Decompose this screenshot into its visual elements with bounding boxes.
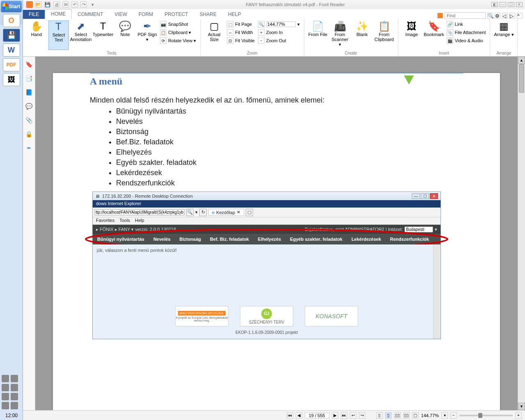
save-icon[interactable]: 💾 — [44, 1, 51, 8]
fit-visible-button[interactable]: ⊡Fit Visible — [226, 37, 255, 44]
tab-form[interactable]: FORM — [133, 10, 159, 19]
tab-comment[interactable]: COMMENT — [72, 10, 109, 19]
next-page-icon[interactable]: ▶ — [332, 412, 338, 419]
first-page-icon[interactable]: ⏮ — [287, 412, 293, 419]
layers-icon[interactable]: 📘 — [25, 89, 33, 96]
zoom-value[interactable]: 🔍▾ — [257, 21, 301, 28]
blank-button[interactable]: ✨Blank — [352, 21, 372, 50]
snapshot-icon: 📷 — [160, 21, 167, 27]
view-continuous-icon[interactable]: ▯ — [385, 412, 392, 419]
select-annotation-button[interactable]: ⬈Select Annotation — [71, 21, 91, 50]
page-viewport[interactable]: A menü Minden oldal felső részén helyezk… — [35, 57, 518, 410]
nav-back-icon[interactable]: ↩ — [350, 412, 356, 419]
collapse-ribbon-icon[interactable]: ^ — [517, 13, 523, 18]
taskbar-app-pdf[interactable]: PDF — [3, 58, 20, 71]
taskbar-app-outlook[interactable]: O — [3, 14, 20, 27]
minimize-icon[interactable]: — — [500, 2, 506, 7]
taskbar-app-word[interactable]: W — [3, 43, 20, 57]
comments-icon[interactable]: 💬 — [25, 103, 33, 110]
zoom-in-icon[interactable]: + — [515, 412, 522, 419]
tray-icon[interactable] — [11, 393, 18, 400]
search-icon[interactable] — [437, 13, 443, 18]
view-facing-icon[interactable]: ▯▯ — [394, 412, 401, 419]
rotate-view-button[interactable]: ⟳Rotate View ▾ — [159, 37, 197, 44]
link-button[interactable]: 🔗Link — [446, 21, 487, 28]
snapshot-button[interactable]: 📷SnapShot — [159, 21, 197, 28]
scroll-thumb[interactable] — [519, 64, 524, 93]
redo-icon[interactable]: ↷ — [80, 1, 87, 8]
actual-size-button[interactable]: ▢Actual Size — [204, 21, 224, 50]
tab-share[interactable]: SHARE — [194, 10, 222, 19]
open-icon[interactable]: 📂 — [35, 1, 42, 8]
prev-icon[interactable]: ◁ — [502, 13, 508, 18]
help-icon[interactable]: ◧ — [491, 2, 498, 7]
next-icon[interactable]: ▷ — [509, 13, 515, 18]
scroll-up-icon[interactable]: ▲ — [518, 57, 525, 64]
from-scanner-button[interactable]: 📠From Scanner ▾ — [330, 21, 350, 50]
tab-view[interactable]: VIEW — [109, 10, 133, 19]
tray-icon[interactable] — [11, 402, 18, 409]
image-button[interactable]: 🖼Image — [402, 21, 422, 50]
zoom-dropdown-icon[interactable]: ▾ — [441, 412, 448, 419]
security-icon[interactable]: 🔒 — [25, 130, 33, 138]
fit-width-button[interactable]: ↔Fit Width — [226, 29, 255, 36]
nav-fwd-icon[interactable]: ↪ — [359, 412, 365, 419]
tray-icon[interactable] — [11, 375, 18, 382]
pdf-sign-button[interactable]: ✒PDF Sign ▾ — [137, 21, 158, 50]
from-file-button[interactable]: 📄From File — [308, 21, 328, 50]
fit-page-button[interactable]: ⬚Fit Page — [226, 21, 255, 28]
last-page-icon[interactable]: ⏭ — [341, 412, 347, 419]
bookmark-button[interactable]: 🔖Bookmark — [424, 21, 444, 50]
taskbar-clock[interactable]: 12:00 — [2, 413, 21, 418]
zoom-out-button[interactable]: －Zoom Out — [257, 37, 301, 44]
print-icon[interactable]: 🖨 — [53, 1, 60, 8]
view-single-icon[interactable]: ▯ — [376, 412, 383, 419]
tab-file[interactable]: FILE — [23, 10, 45, 19]
find-go-icon[interactable]: 🔍 — [487, 13, 493, 18]
attachments-icon[interactable]: 📎 — [25, 116, 33, 124]
tray-icon[interactable] — [2, 393, 9, 400]
undo-icon[interactable]: ↶ — [71, 1, 78, 8]
select-text-button[interactable]: ᎢSelect Text — [48, 21, 69, 50]
zoom-out-icon[interactable]: − — [450, 412, 457, 419]
tab-home[interactable]: HOME — [45, 9, 72, 19]
email-icon[interactable]: ✉ — [62, 1, 69, 8]
video-audio-button[interactable]: 🎬Video & Audio — [446, 37, 487, 44]
typewriter-button[interactable]: TTypewriter — [93, 21, 113, 50]
close-icon[interactable]: ✕ — [516, 2, 523, 7]
vertical-scrollbar[interactable]: ▲ ▼ — [518, 57, 525, 410]
tray-icon[interactable] — [2, 384, 9, 391]
tray-icon[interactable] — [2, 375, 9, 382]
from-clipboard-button[interactable]: 📋From Clipboard — [374, 21, 395, 50]
zoom-input[interactable] — [266, 21, 296, 27]
arrange-button[interactable]: ▦Arrange ▾ — [493, 21, 514, 50]
clipboard-button[interactable]: 📋Clipboard ▾ — [159, 29, 197, 36]
file-attachment-button[interactable]: 📎File Attachment — [446, 29, 487, 36]
qat-dropdown-icon[interactable]: ▾ — [89, 1, 96, 8]
settings-icon[interactable]: ⚙ — [495, 13, 500, 18]
tray-icon[interactable] — [11, 384, 18, 391]
taskbar-app-image[interactable]: 🖼 — [3, 73, 20, 86]
taskbar-app-save[interactable]: 💾 — [3, 29, 20, 42]
hand-button[interactable]: ✋Hand — [26, 21, 47, 50]
scroll-down-icon[interactable]: ▼ — [518, 403, 525, 410]
zoom-slider[interactable] — [459, 415, 513, 416]
view-cover-icon[interactable]: ▢ — [412, 412, 419, 419]
maximize-icon[interactable]: ☐ — [508, 2, 514, 7]
tray-icon[interactable] — [2, 402, 9, 409]
zoom-in-button[interactable]: ＋Zoom In — [257, 29, 301, 36]
zoom-slider-thumb[interactable] — [478, 413, 482, 418]
fit-page-icon: ⬚ — [227, 21, 233, 27]
find-input[interactable] — [445, 12, 486, 19]
start-button[interactable]: Start — [1, 1, 22, 12]
scroll-track[interactable] — [518, 64, 525, 403]
tab-help[interactable]: HELP — [222, 10, 247, 19]
bookmarks-icon[interactable]: 🔖 — [25, 61, 33, 68]
page-number-input[interactable] — [305, 413, 329, 418]
tab-protect[interactable]: PROTECT — [159, 10, 194, 19]
view-continuous-facing-icon[interactable]: ▯▯ — [403, 412, 410, 419]
pages-icon[interactable]: 📑 — [25, 75, 33, 82]
prev-page-icon[interactable]: ◀ — [296, 412, 302, 419]
note-button[interactable]: 💬Note — [115, 21, 135, 50]
signatures-icon[interactable]: ✒ — [25, 144, 33, 152]
